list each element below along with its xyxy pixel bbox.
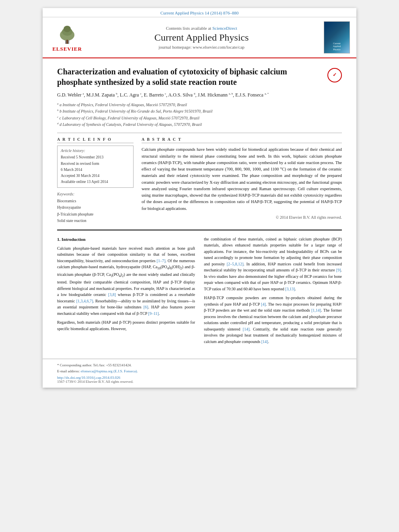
doi-link[interactable]: http://dx.doi.org/10.1016/j.cap.2014.03.…	[57, 376, 342, 380]
ref-3-8: [3,8]	[108, 292, 116, 297]
keywords-section: Keywords: Bioceramics Hydroxyapatite β-T…	[57, 192, 134, 224]
intro-para-2: Regardless, both materials (HAP and β-TC…	[57, 319, 195, 332]
ref-9-11: [9–11]	[148, 311, 158, 316]
elsevier-wordmark: ELSEVIER	[52, 46, 82, 52]
journal-header: ELSEVIER Contents lists available at Sci…	[43, 17, 356, 58]
keyword-2: Hydroxyapatite	[57, 204, 134, 211]
keyword-3: β-Tricalcium phosphate	[57, 211, 134, 218]
ref-3-13: [3,13]	[285, 287, 295, 291]
article-info-column: A R T I C L E I N F O Article history: R…	[57, 137, 134, 224]
ref-2-5-8-12: [2–5,8,12]	[227, 262, 244, 266]
journal-title: Current Applied Physics	[85, 32, 318, 43]
article-info-heading: A R T I C L E I N F O	[57, 137, 134, 143]
ref-9b: [9]	[336, 268, 341, 272]
intro-heading: 1. Introduction	[57, 236, 195, 243]
body-columns: 1. Introduction Calcium phosphate-based …	[57, 236, 342, 348]
body-divider	[57, 230, 342, 230]
crossmark-badge: ✓	[327, 68, 342, 82]
body-right-para-2: HAP/β-TCP composite powders are common b…	[204, 295, 342, 345]
crossmark-icon: ✓	[333, 72, 337, 78]
both-text: both	[77, 320, 84, 325]
journal-cover-image: CurrentAppliedPhysics	[324, 21, 350, 53]
journal-homepage: journal homepage: www.elsevier.com/locat…	[85, 45, 318, 49]
journal-citation-bar: Current Applied Physics 14 (2014) 876–88…	[43, 8, 356, 17]
ref-6: [6]	[144, 305, 148, 309]
journal-info-center: Contents lists available at ScienceDirec…	[85, 26, 318, 49]
science-direct-link[interactable]: ScienceDirect	[212, 26, 237, 31]
contents-text: Contents lists available at	[166, 26, 211, 31]
email-label: E-mail address:	[57, 369, 80, 373]
body-right-para-1: the combination of these materials, coin…	[204, 236, 342, 292]
accepted-date: Accepted 30 March 2014	[61, 173, 130, 179]
science-direct-line: Contents lists available at ScienceDirec…	[85, 26, 318, 31]
received-revised-label: Received in revised form	[61, 161, 130, 167]
issn-line: 1567-1739/© 2014 Elsevier B.V. All right…	[57, 380, 342, 384]
elsevier-tree-icon	[53, 23, 81, 45]
copyright-line: © 2014 Elsevier B.V. All rights reserved…	[142, 215, 342, 220]
ref-1-7: [1–7]	[157, 259, 166, 263]
email-value: efonseca@foptma.org (E.J.S. Fonseca).	[80, 369, 138, 373]
elsevier-logo-area: ELSEVIER	[49, 23, 85, 52]
body-left-column: 1. Introduction Calcium phosphate-based …	[57, 236, 195, 348]
keyword-4: Solid state reaction	[57, 218, 134, 224]
body-right-column: the combination of these materials, coin…	[204, 236, 342, 348]
authors-line: G.D. Webler a, M.J.M. Zapata b, L.C. Agr…	[57, 91, 342, 99]
keywords-label: Keywords:	[57, 192, 134, 196]
abstract-heading: A B S T R A C T	[142, 137, 342, 143]
journal-citation: Current Applied Physics 14 (2014) 876–88…	[160, 10, 239, 15]
article-title-area: Characterization and evaluation of cytot…	[57, 66, 342, 87]
ref-14b: [14]	[243, 327, 250, 331]
ref-1-3-4-6-7: [1,3,4,6,7]	[76, 299, 93, 303]
keyword-1: Bioceramics	[57, 198, 134, 204]
affiliations: a a Institute of Physics, Federal Univer…	[57, 102, 342, 128]
article-history-box: Article history: Received 5 November 201…	[57, 146, 134, 188]
svg-point-3	[64, 26, 71, 32]
journal-cover-area: CurrentAppliedPhysics	[318, 21, 350, 53]
article-title: Characterization and evaluation of cytot…	[57, 66, 327, 87]
revised-date: 6 March 2014	[61, 167, 130, 173]
online-date: Available online 13 April 2014	[61, 179, 130, 185]
svg-rect-4	[66, 40, 68, 44]
title-divider	[57, 133, 342, 133]
cover-label: CurrentAppliedPhysics	[333, 42, 341, 51]
ref-4b: [4]	[261, 302, 266, 306]
page: Current Applied Physics 14 (2014) 876–88…	[43, 8, 356, 388]
footnote-text: * Corresponding author. Tel./fax: +55 82…	[57, 362, 342, 374]
intro-para-1: Calcium phosphate-based materials have r…	[57, 245, 195, 316]
article-content: Characterization and evaluation of cytot…	[43, 58, 356, 355]
info-abstract-area: A R T I C L E I N F O Article history: R…	[57, 137, 342, 224]
received-date: Received 5 November 2013	[61, 154, 130, 160]
history-label: Article history:	[61, 148, 130, 153]
ref-14c: [14]	[261, 339, 268, 344]
footer-area: * Corresponding author. Tel./fax: +55 82…	[43, 359, 356, 388]
ref-1-14: [1,14]	[311, 308, 321, 312]
abstract-column: A B S T R A C T Calcium phosphate compou…	[142, 137, 342, 224]
abstract-text: Calcium phosphate compounds have been wi…	[142, 146, 342, 212]
elsevier-logo: ELSEVIER	[49, 23, 85, 52]
